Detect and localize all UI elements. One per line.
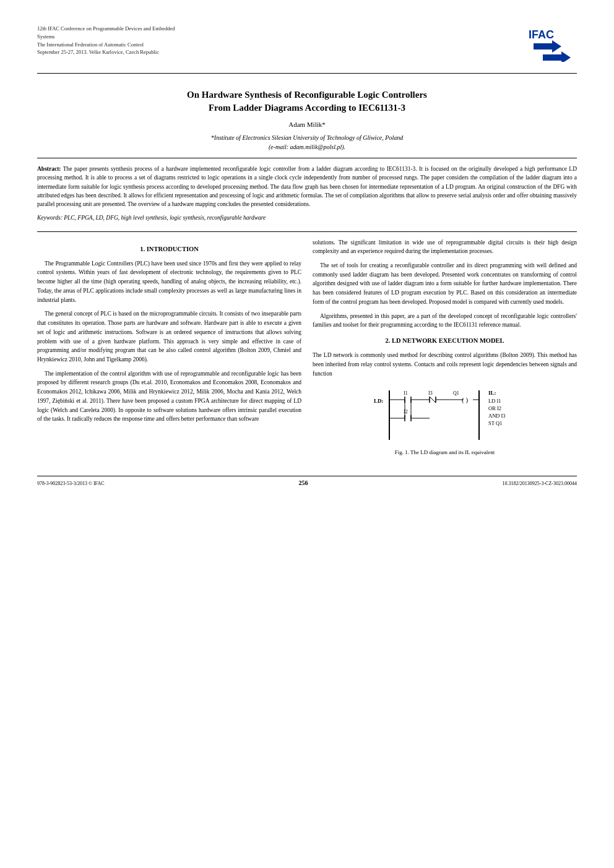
affiliation-line2: (e-mail: adam.milik@polsl.pl).	[37, 142, 577, 152]
svg-line-12	[430, 397, 436, 403]
body-columns: 1. INTRODUCTION The Programmable Logic C…	[37, 238, 577, 464]
body-divider	[37, 231, 577, 232]
page: 12th IFAC Conference on Programmable Dev…	[0, 0, 614, 868]
header-divider	[37, 73, 577, 74]
svg-text:I1: I1	[404, 390, 408, 396]
section1-right-para1: solutions. The significant limitation in…	[313, 238, 577, 256]
affiliation-line1: *Institute of Electronics Silesian Unive…	[37, 133, 577, 142]
svg-text:LD:: LD:	[374, 398, 384, 404]
abstract-section: Abstract: The paper presents synthesis p…	[37, 165, 577, 208]
section1-para1: The Programmable Logic Controllers (PLC)…	[37, 259, 301, 305]
section1-right-para3: Algorithms, presented in this paper, are…	[313, 312, 577, 330]
svg-text:OR   I2: OR I2	[488, 405, 501, 411]
abstract-divider	[37, 158, 577, 158]
section2-para1: The LD network is commonly used method f…	[313, 351, 577, 378]
svg-text:AND  I3: AND I3	[488, 413, 506, 419]
svg-text:IFAC: IFAC	[529, 28, 554, 41]
left-column: 1. INTRODUCTION The Programmable Logic C…	[37, 238, 301, 464]
footer-doi: 10.3182/20130925-3-CZ-3023.00044	[503, 481, 577, 486]
page-footer: 978-3-902823-53-3/2013 © IFAC 256 10.318…	[37, 476, 577, 486]
diagram-caption: Fig. 1. The LD diagram and its IL equiva…	[395, 449, 495, 457]
paper-title-line1: On Hardware Synthesis of Reconfigurable …	[37, 88, 577, 101]
svg-marker-1	[534, 40, 561, 53]
svg-marker-2	[543, 51, 571, 62]
svg-text:I3: I3	[428, 390, 433, 396]
section1-para2: The general concept of PLC is based on t…	[37, 309, 301, 364]
page-header: 12th IFAC Conference on Programmable Dev…	[37, 25, 577, 62]
footer-isbn: 978-3-902823-53-3/2013 © IFAC	[37, 481, 105, 486]
svg-text:Q1: Q1	[453, 390, 459, 396]
section1-para3: The implementation of the control algori…	[37, 369, 301, 424]
keywords-section: Keywords: PLC, FPGA, LD, DFG, high level…	[37, 213, 577, 222]
svg-text:I2: I2	[404, 409, 408, 415]
ifac-logo-icon: IFAC	[527, 25, 577, 62]
abstract-label: Abstract:	[37, 166, 61, 172]
paper-title-line2: From Ladder Diagrams According to IEC611…	[37, 101, 577, 114]
svg-text:IL:: IL:	[488, 390, 496, 396]
author-name: Adam Milik*	[37, 121, 577, 128]
conference-line1: 12th IFAC Conference on Programmable Dev…	[37, 25, 175, 33]
conference-line4: September 25-27, 2013. Velke Karlovice, …	[37, 48, 175, 56]
right-column: solutions. The significant limitation in…	[313, 238, 577, 464]
svg-text:ST   Q1: ST Q1	[488, 420, 502, 426]
keywords-text: Keywords: PLC, FPGA, LD, DFG, high level…	[37, 215, 266, 221]
svg-text:LD   I1: LD I1	[488, 398, 501, 404]
conference-info: 12th IFAC Conference on Programmable Dev…	[37, 25, 175, 56]
section1-title: 1. INTRODUCTION	[37, 244, 301, 254]
svg-text:( ): ( )	[462, 396, 468, 404]
ld-diagram-area: LD: I1 I3 Q1	[313, 384, 577, 457]
ld-diagram-svg: LD: I1 I3 Q1	[371, 384, 519, 446]
conference-line2: Systems	[37, 33, 175, 41]
affiliation: *Institute of Electronics Silesian Unive…	[37, 133, 577, 152]
abstract-text: The paper presents synthesis process of …	[37, 166, 577, 207]
conference-line3: The International Federation of Automati…	[37, 41, 175, 49]
footer-page-number: 256	[299, 479, 308, 486]
paper-title: On Hardware Synthesis of Reconfigurable …	[37, 88, 577, 114]
section2-title: 2. LD NETWORK EXECUTION MODEL	[313, 336, 577, 346]
section1-right-para2: The set of tools for creating a reconfig…	[313, 261, 577, 307]
